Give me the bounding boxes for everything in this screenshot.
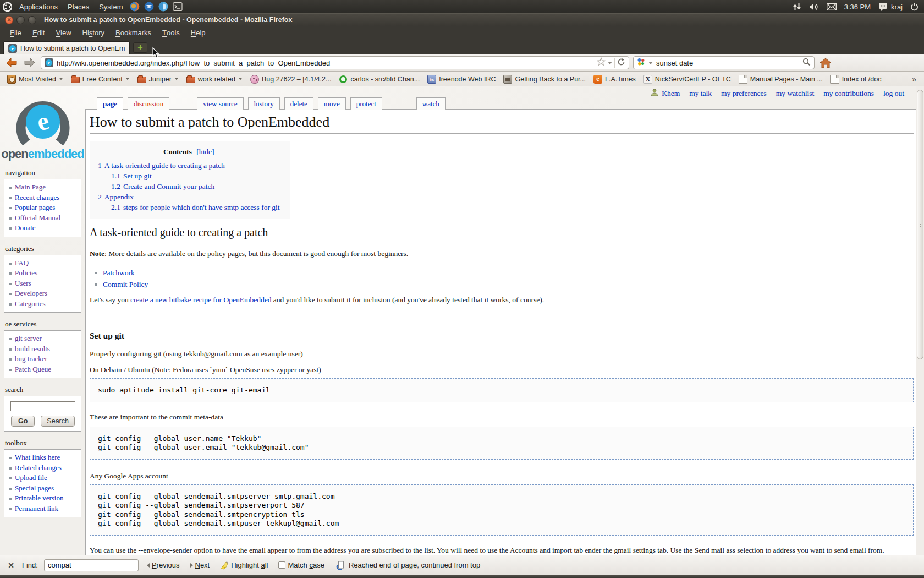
find-close-button[interactable]: ✕ [6, 561, 16, 570]
bookmark-bug[interactable]: Bug 27622 – [4.1/4.2... [246, 73, 336, 85]
user-menu[interactable]: kraj [878, 3, 903, 11]
mail-icon[interactable] [827, 3, 837, 10]
thunderbird-launcher-icon[interactable] [143, 1, 155, 13]
tab-page[interactable]: page [97, 97, 123, 111]
firefox-launcher-icon[interactable] [129, 1, 141, 13]
user-link-my-contributions[interactable]: my contributions [823, 89, 874, 98]
openembedded-logo[interactable]: e openembedded [0, 86, 85, 161]
sidebar-link-what-links-here[interactable]: What links here [15, 453, 60, 461]
bookmark-index-of-doc[interactable]: Index of /doc [827, 73, 886, 85]
menu-applications[interactable]: Applications [14, 0, 63, 13]
magnifier-icon[interactable] [802, 58, 811, 68]
ubuntu-logo-icon[interactable] [1, 1, 13, 13]
bookmark-folder-free-content[interactable]: Free Content [67, 73, 134, 85]
menu-file[interactable]: File [4, 26, 27, 39]
window-minimize-button[interactable]: – [16, 16, 25, 24]
sidebar-link-special-pages[interactable]: Special pages [15, 484, 54, 492]
menu-bookmarks[interactable]: Bookmarks [110, 26, 157, 39]
tab-protect[interactable]: protect [350, 97, 382, 110]
url-input[interactable] [57, 59, 593, 67]
wiki-search-input[interactable] [10, 401, 75, 411]
forward-button[interactable] [23, 56, 37, 69]
sidebar-link-recent-changes[interactable]: Recent changes [15, 193, 59, 201]
bookmark-folder-juniper[interactable]: Juniper [134, 73, 183, 85]
user-link-my-watchlist[interactable]: my watchlist [776, 89, 814, 98]
sidebar-link-permanent-link[interactable]: Permanent link [15, 504, 58, 512]
search-engine-dropdown-icon[interactable] [648, 62, 653, 64]
sidebar-link-faq[interactable]: FAQ [15, 259, 29, 267]
menu-edit[interactable]: Edit [27, 26, 50, 39]
tab-delete[interactable]: delete [284, 97, 314, 110]
window-close-button[interactable]: ✕ [5, 16, 13, 24]
checkbox-icon[interactable] [278, 561, 285, 569]
sidebar-link-printable-version[interactable]: Printable version [15, 494, 63, 502]
sidebar-link-related-changes[interactable]: Related changes [15, 464, 62, 472]
bookmark-star-icon[interactable] [597, 57, 606, 68]
find-next-button[interactable]: Next [188, 561, 212, 569]
browser-tab[interactable]: e How to submit a patch to OpenEm... [3, 41, 130, 54]
bookmark-folder-work-related[interactable]: work related [183, 73, 246, 85]
search-button[interactable]: Search [41, 416, 75, 427]
bookmark-carlos[interactable]: carlos - src/bfd Chan... [335, 73, 424, 85]
toc-hide-link[interactable]: [hide] [196, 148, 214, 156]
patchwork-link[interactable]: Patchwork [103, 269, 135, 277]
bookmark-latimes[interactable]: L.A.Times [590, 73, 640, 85]
bookmark-most-visited[interactable]: Most Visited [3, 73, 67, 85]
commit-policy-link[interactable]: Commit Policy [103, 280, 148, 288]
tab-watch[interactable]: watch [416, 97, 446, 110]
back-button[interactable] [4, 56, 19, 69]
sidebar-link-patch-queue[interactable]: Patch Queue [15, 365, 51, 373]
sidebar-link-popular-pages[interactable]: Popular pages [15, 203, 55, 211]
home-button[interactable] [818, 56, 833, 69]
terminal-launcher-icon[interactable] [172, 1, 184, 13]
sidebar-link-developers[interactable]: Developers [15, 289, 47, 297]
sidebar-link-upload-file[interactable]: Upload file [15, 473, 47, 482]
find-previous-button[interactable]: Previous [145, 561, 182, 569]
url-dropdown-icon[interactable] [608, 62, 612, 64]
bookmark-freenode[interactable]: freenode Web IRC [424, 73, 499, 85]
clock[interactable]: 3:36 PM [844, 3, 871, 11]
web-search-input[interactable] [656, 59, 799, 67]
menu-view[interactable]: View [50, 26, 76, 39]
sidebar-link-categories[interactable]: Categories [15, 299, 46, 308]
tab-discussion[interactable]: discussion [128, 97, 169, 110]
bookmarks-overflow-button[interactable]: » [908, 75, 921, 84]
user-link-my-talk[interactable]: my talk [689, 89, 712, 98]
menu-tools[interactable]: Tools [157, 26, 185, 39]
chat-launcher-icon[interactable] [157, 1, 169, 13]
sidebar-link-bug-tracker[interactable]: bug tracker [15, 355, 47, 363]
url-bar[interactable]: e [41, 56, 629, 69]
menu-places[interactable]: Places [63, 0, 94, 13]
sidebar-link-build-results[interactable]: build results [15, 345, 50, 353]
bitbake-recipe-link[interactable]: create a new bitbake recipe for OpenEmbe… [130, 296, 271, 304]
highlight-all-button[interactable]: Highlight all [218, 561, 270, 570]
window-maximize-button[interactable] [28, 16, 36, 24]
google-icon[interactable] [637, 58, 645, 68]
go-button[interactable]: Go [11, 416, 35, 427]
power-icon[interactable] [910, 3, 919, 11]
sidebar-link-official-manual[interactable]: Official Manual [15, 214, 61, 222]
scrollbar[interactable] [916, 86, 924, 555]
menu-history[interactable]: History [77, 26, 110, 39]
sidebar-link-git-server[interactable]: git server [15, 334, 42, 342]
match-case-checkbox[interactable]: Match case [276, 561, 326, 569]
user-link-my-preferences[interactable]: my preferences [721, 89, 767, 98]
user-link-khem[interactable]: Khem [662, 89, 680, 98]
tab-move[interactable]: move [318, 97, 346, 110]
site-favicon[interactable]: e [45, 58, 53, 67]
sidebar-link-users[interactable]: Users [15, 279, 31, 287]
menu-help[interactable]: Help [185, 26, 211, 39]
sidebar-link-donate[interactable]: Donate [15, 223, 36, 232]
tab-view-source[interactable]: view source [197, 97, 243, 110]
menu-system[interactable]: System [94, 0, 128, 13]
tab-history[interactable]: history [248, 97, 280, 110]
search-bar[interactable] [633, 56, 815, 69]
network-icon[interactable] [793, 3, 801, 11]
find-input[interactable] [44, 559, 139, 571]
sidebar-link-policies[interactable]: Policies [15, 269, 37, 277]
bookmark-oftc[interactable]: NickServ/CertFP - OFTC [640, 73, 735, 85]
sidebar-link-main-page[interactable]: Main Page [15, 183, 46, 191]
new-tab-button[interactable]: + [133, 42, 147, 53]
volume-icon[interactable] [809, 3, 819, 11]
bookmark-getting-back[interactable]: Getting Back to a Pur... [499, 73, 590, 85]
